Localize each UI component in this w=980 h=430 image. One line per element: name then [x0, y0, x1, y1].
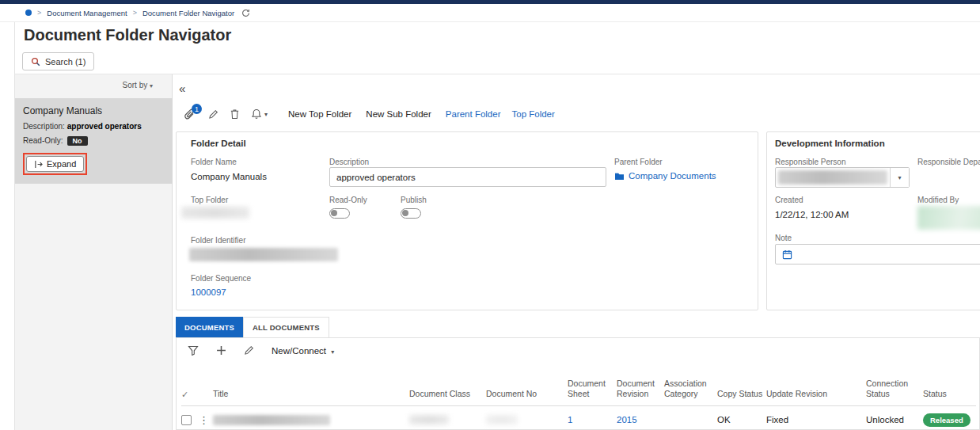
- documents-toolbar: New/Connect ▾: [188, 345, 334, 356]
- development-information-title: Development Information: [775, 139, 885, 148]
- parent-folder-value-link[interactable]: Company Documents: [629, 171, 716, 181]
- responsible-department-label: Responsible Department: [917, 158, 980, 166]
- parent-folder-link[interactable]: Parent Folder: [446, 109, 501, 119]
- breadcrumb-item-document-folder-navigator[interactable]: Document Folder Navigator: [142, 9, 234, 17]
- connection-status-cell: Unlocked: [866, 415, 923, 424]
- edit-icon[interactable]: [208, 109, 218, 120]
- delete-icon[interactable]: [230, 108, 240, 120]
- notifications-icon[interactable]: ▾: [251, 108, 268, 120]
- document-no-redacted-value: [486, 415, 518, 424]
- new-connect-button[interactable]: New/Connect ▾: [272, 346, 334, 356]
- sort-by-label: Sort by: [123, 81, 148, 89]
- folder-name-label: Folder Name: [191, 158, 237, 166]
- document-class-redacted-value: [409, 415, 449, 424]
- header-title[interactable]: Title: [213, 389, 409, 400]
- folder-detail-panel: Folder Detail Folder Name Company Manual…: [176, 131, 758, 310]
- description-label: Description: [329, 158, 369, 166]
- status-badge: Released: [923, 413, 971, 427]
- chevron-down-icon: ▾: [150, 82, 153, 89]
- document-sheet-link[interactable]: 1: [568, 415, 572, 424]
- folder-detail-title: Folder Detail: [191, 139, 246, 148]
- responsible-person-label: Responsible Person: [775, 158, 846, 166]
- search-button-label: Search (1): [45, 57, 85, 67]
- title-redacted-value: [213, 415, 330, 425]
- folder-identifier-label: Folder Identifier: [191, 236, 245, 245]
- folder-card-readonly: Read-Only:No: [23, 136, 165, 146]
- sort-by-control[interactable]: Sort by ▾: [123, 81, 153, 89]
- expand-button[interactable]: Expand: [26, 156, 84, 172]
- created-label: Created: [775, 196, 803, 204]
- header-document-revision[interactable]: DocumentRevision: [617, 379, 664, 400]
- collapse-sidebar-icon[interactable]: «: [179, 82, 185, 95]
- row-checkbox[interactable]: [181, 415, 192, 425]
- note-label: Note: [775, 234, 792, 242]
- dropdown-arrow-icon[interactable]: ▾: [890, 168, 909, 187]
- publish-toggle[interactable]: [401, 208, 421, 219]
- document-revision-link[interactable]: 2015: [617, 415, 637, 424]
- folder-list-sidebar: Sort by ▾ Company Manuals Description:ap…: [15, 74, 173, 430]
- breadcrumb-separator: >: [37, 9, 41, 17]
- header-document-class[interactable]: Document Class: [409, 389, 486, 400]
- folder-sequence-link[interactable]: 1000097: [191, 287, 226, 297]
- attachments-icon[interactable]: 1: [184, 108, 196, 120]
- documents-table-header: ✓ Title Document Class Document No Docum…: [181, 371, 976, 406]
- modified-by-redacted-value: [917, 206, 980, 230]
- new-top-folder-button[interactable]: New Top Folder: [288, 109, 351, 119]
- breadcrumb-item-document-management[interactable]: Document Management: [47, 9, 127, 17]
- header-update-revision[interactable]: Update Revision: [766, 389, 866, 400]
- filter-icon[interactable]: [188, 345, 199, 356]
- folder-sequence-label: Folder Sequence: [191, 274, 251, 283]
- readonly-badge: No: [67, 136, 88, 146]
- new-connect-label: New/Connect: [272, 346, 326, 356]
- tab-all-documents[interactable]: ALL DOCUMENTS: [243, 317, 329, 337]
- folder-toolbar: 1 ▾ New Top Folder New Sub Folder Parent…: [184, 104, 555, 124]
- read-only-toggle[interactable]: [329, 208, 350, 219]
- search-button[interactable]: Search (1): [22, 52, 94, 70]
- header-connection-status[interactable]: ConnectionStatus: [866, 379, 923, 400]
- add-icon[interactable]: [216, 345, 226, 356]
- tab-documents[interactable]: DOCUMENTS: [176, 317, 243, 337]
- attachments-count-badge: 1: [192, 104, 202, 114]
- copy-status-cell: OK: [717, 415, 766, 424]
- breadcrumb: > Document Management > Document Folder …: [0, 4, 980, 22]
- header-document-sheet[interactable]: DocumentSheet: [568, 379, 617, 400]
- row-menu-icon[interactable]: ⋮: [199, 414, 213, 426]
- note-input[interactable]: [775, 244, 980, 264]
- folder-name-value: Company Manuals: [191, 172, 267, 181]
- development-information-panel: Development Information Responsible Pers…: [766, 131, 980, 310]
- calendar-icon[interactable]: [782, 249, 792, 260]
- read-only-label: Read-Only: [329, 196, 367, 204]
- publish-label: Publish: [401, 196, 427, 204]
- table-row: ⋮ 1 2015 OK Fixed Unlocked Released: [181, 406, 976, 430]
- folder-identifier-redacted-value: [189, 248, 338, 261]
- new-sub-folder-button[interactable]: New Sub Folder: [366, 109, 431, 119]
- edit-row-icon[interactable]: [244, 345, 254, 356]
- folder-card-description: Description:approved operators: [23, 122, 165, 131]
- description-label: Description:: [23, 122, 65, 131]
- folder-icon: [614, 172, 625, 181]
- home-dot-icon[interactable]: [25, 10, 32, 16]
- select-all-check-icon[interactable]: ✓: [181, 389, 199, 400]
- top-folder-link[interactable]: Top Folder: [512, 109, 555, 119]
- readonly-label: Read-Only:: [23, 136, 63, 145]
- responsible-person-redacted-value: [778, 170, 887, 185]
- folder-card-title: Company Manuals: [23, 105, 165, 116]
- breadcrumb-separator: >: [133, 9, 137, 17]
- header-copy-status[interactable]: Copy Status: [717, 389, 766, 400]
- header-status[interactable]: Status: [923, 389, 976, 400]
- refresh-icon[interactable]: [241, 9, 250, 17]
- modified-by-label: Modified By: [917, 196, 959, 204]
- top-folder-redacted-value: [181, 207, 249, 219]
- header-document-no[interactable]: Document No: [486, 389, 568, 400]
- documents-tab-bar: DOCUMENTS ALL DOCUMENTS: [176, 317, 329, 337]
- chevron-down-icon: ▾: [331, 348, 334, 356]
- update-revision-cell: Fixed: [766, 415, 866, 424]
- top-folder-label: Top Folder: [191, 196, 228, 204]
- description-input[interactable]: [329, 167, 606, 187]
- documents-panel: New/Connect ▾ ✓ Title Document Class Doc…: [176, 337, 980, 430]
- folder-card-company-manuals[interactable]: Company Manuals Description:approved ope…: [15, 98, 173, 184]
- header-association-category[interactable]: AssociationCategory: [664, 379, 717, 400]
- responsible-person-dropdown[interactable]: ▾: [775, 167, 910, 188]
- description-value: approved operators: [67, 122, 142, 131]
- search-icon: [31, 57, 40, 67]
